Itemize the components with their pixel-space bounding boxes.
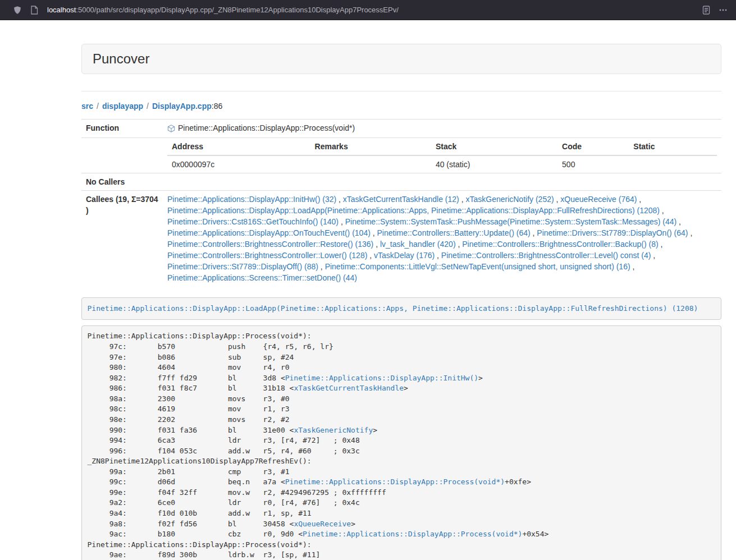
- column-header-stack: Stack: [431, 138, 557, 155]
- stats-table: Address Remarks Stack Code Static 0x0000…: [167, 138, 717, 173]
- function-row: Function Pinetime::Applications::Display…: [81, 120, 721, 138]
- url-bar[interactable]: localhost:5000/path/src/displayapp/Displ…: [47, 6, 694, 14]
- callee-separator: ,: [651, 251, 655, 260]
- callee-link[interactable]: Pinetime::Controllers::BrightnessControl…: [462, 240, 658, 249]
- address-value: 0x0000097c: [167, 155, 310, 173]
- callee-separator: ,: [318, 262, 325, 271]
- column-header-code: Code: [557, 138, 629, 155]
- disassembly-block: Pinetime::Applications::DisplayApp::Proc…: [81, 325, 721, 560]
- callee-link[interactable]: Pinetime::Components::LittleVgl::SetNewT…: [325, 262, 630, 271]
- callee-separator: ,: [688, 228, 693, 237]
- page-title: Puncover: [93, 52, 710, 66]
- stats-cell: Address Remarks Stack Code Static 0x0000…: [163, 138, 721, 173]
- reader-mode-icon[interactable]: [701, 5, 711, 15]
- callees-cell: Pinetime::Applications::DisplayApp::Init…: [163, 191, 721, 287]
- cube-icon: [167, 125, 175, 132]
- breadcrumb-link-displayapp[interactable]: displayapp: [102, 102, 143, 111]
- loadapp-symbol-link[interactable]: Pinetime::Applications::DisplayApp::Load…: [88, 304, 698, 313]
- callees-label: Callees (19, Σ=3704 ): [81, 191, 163, 287]
- callee-link[interactable]: Pinetime::Drivers::St7789::DisplayOff() …: [167, 262, 318, 271]
- callee-separator: ,: [336, 195, 343, 204]
- callee-link[interactable]: xTaskGenericNotify (252): [465, 195, 554, 204]
- disassembly-code: Pinetime::Applications::DisplayApp::Proc…: [88, 332, 549, 560]
- disassembly-symbol-link[interactable]: xQueueReceive: [294, 520, 351, 528]
- function-name-cell: Pinetime::Applications::DisplayApp::Proc…: [163, 120, 721, 138]
- callee-link[interactable]: Pinetime::Applications::DisplayApp::OnTo…: [167, 228, 371, 237]
- function-table: Function Pinetime::Applications::Display…: [81, 119, 721, 286]
- callee-link[interactable]: Pinetime::Applications::Screens::Timer::…: [167, 273, 357, 282]
- column-header-static: Static: [629, 138, 717, 155]
- breadcrumb-link-file[interactable]: DisplayApp.cpp: [152, 102, 212, 111]
- stats-row: Address Remarks Stack Code Static 0x0000…: [81, 138, 721, 173]
- callee-link[interactable]: Pinetime::Controllers::BrightnessControl…: [167, 240, 373, 249]
- breadcrumb-separator: /: [97, 102, 99, 111]
- callee-link[interactable]: vTaskDelay (176): [374, 251, 435, 260]
- breadcrumb-line-number: :86: [212, 102, 222, 111]
- callee-link[interactable]: Pinetime::Controllers::BrightnessControl…: [441, 251, 651, 260]
- app-header-panel: Puncover: [81, 44, 721, 74]
- stats-value-row: 0x0000097c 40 (static) 500: [167, 155, 717, 173]
- function-name: Pinetime::Applications::DisplayApp::Proc…: [178, 122, 355, 134]
- column-header-address: Address: [167, 138, 310, 155]
- breadcrumb: src/displayapp/DisplayApp.cpp:86: [81, 100, 721, 112]
- disassembly-symbol-link[interactable]: Pinetime::Applications::DisplayApp::Proc…: [285, 478, 505, 486]
- callee-link[interactable]: Pinetime::Applications::DisplayApp::Init…: [167, 195, 336, 204]
- highlighted-callee-box: Pinetime::Applications::DisplayApp::Load…: [81, 297, 721, 320]
- more-options-icon[interactable]: [718, 5, 728, 15]
- url-path: :5000/path/src/displayapp/DisplayApp.cpp…: [76, 6, 399, 14]
- callee-link[interactable]: lv_task_handler (420): [380, 240, 456, 249]
- stats-row-spacer: [81, 138, 163, 173]
- callee-separator: ,: [637, 195, 641, 204]
- callee-separator: ,: [339, 217, 345, 226]
- callees-row: Callees (19, Σ=3704 ) Pinetime::Applicat…: [81, 191, 721, 287]
- callee-link[interactable]: Pinetime::Applications::DisplayApp::Load…: [167, 206, 660, 215]
- callee-separator: ,: [676, 217, 681, 226]
- callee-link[interactable]: Pinetime::Controllers::BrightnessControl…: [167, 251, 367, 260]
- remarks-value: [310, 155, 431, 173]
- callee-link[interactable]: Pinetime::Drivers::Cst816S::GetTouchInfo…: [167, 217, 339, 226]
- disassembly-symbol-link[interactable]: Pinetime::Applications::DisplayApp::Init…: [285, 374, 478, 382]
- callee-separator: ,: [459, 195, 466, 204]
- url-host: localhost: [47, 6, 76, 14]
- callee-link[interactable]: Pinetime::Controllers::Battery::Update()…: [377, 228, 531, 237]
- static-value: [629, 155, 717, 173]
- callee-separator: ,: [435, 251, 441, 260]
- disassembly-symbol-link[interactable]: xTaskGetCurrentTaskHandle: [294, 384, 404, 392]
- callee-link[interactable]: Pinetime::Drivers::St7789::DisplayOn() (…: [537, 228, 688, 237]
- stack-value: 40 (static): [431, 155, 557, 173]
- callee-separator: ,: [660, 206, 664, 215]
- no-callers-cell: [163, 173, 721, 191]
- callee-separator: ,: [456, 240, 463, 249]
- no-callers-label: No Callers: [81, 173, 163, 191]
- shield-icon[interactable]: [12, 5, 22, 15]
- code-value: 500: [557, 155, 629, 173]
- stats-header-row: Address Remarks Stack Code Static: [167, 138, 717, 155]
- page-info-icon[interactable]: [29, 5, 39, 15]
- breadcrumb-link-src[interactable]: src: [81, 102, 93, 111]
- callee-separator: ,: [554, 195, 561, 204]
- disassembly-symbol-link[interactable]: Pinetime::Applications::DisplayApp::Proc…: [303, 530, 522, 538]
- disassembly-symbol-link[interactable]: xTaskGenericNotify: [294, 426, 373, 434]
- callee-separator: ,: [371, 228, 377, 237]
- callee-link[interactable]: xQueueReceive (764): [560, 195, 637, 204]
- callee-separator: ,: [659, 240, 663, 249]
- breadcrumb-separator: /: [147, 102, 149, 111]
- callee-link[interactable]: xTaskGetCurrentTaskHandle (12): [343, 195, 459, 204]
- callee-link[interactable]: Pinetime::System::SystemTask::PushMessag…: [345, 217, 677, 226]
- function-label: Function: [81, 120, 163, 138]
- callee-separator: ,: [373, 240, 380, 249]
- column-header-remarks: Remarks: [310, 138, 431, 155]
- callee-separator: ,: [531, 228, 537, 237]
- divider: [81, 91, 721, 91]
- page-content: Puncover src/displayapp/DisplayApp.cpp:8…: [81, 20, 721, 560]
- callee-separator: ,: [630, 262, 635, 271]
- browser-chrome: localhost:5000/path/src/displayapp/Displ…: [0, 0, 736, 20]
- no-callers-row: No Callers: [81, 173, 721, 191]
- callee-separator: ,: [367, 251, 374, 260]
